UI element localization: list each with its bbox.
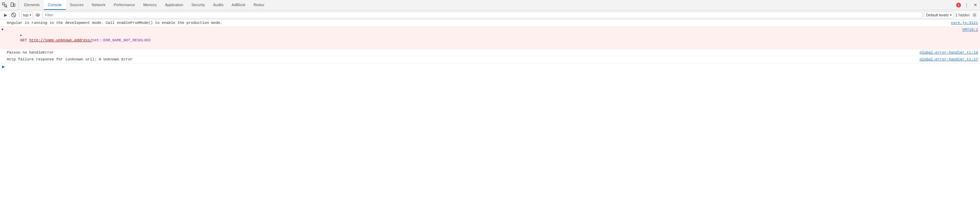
console-row: Passou no handleError global-error-handl… bbox=[0, 50, 980, 56]
svg-rect-3 bbox=[11, 3, 13, 6]
tab-redux[interactable]: Redux bbox=[250, 0, 269, 10]
devtools-nav: Elements Console Sources Network Perform… bbox=[0, 0, 980, 10]
console-settings-button[interactable] bbox=[971, 11, 978, 18]
tab-adblock[interactable]: AdBlock bbox=[228, 0, 250, 10]
console-row: Http failure response for (unknown url):… bbox=[0, 56, 980, 63]
gear-icon bbox=[972, 13, 977, 18]
nav-tabs: Elements Console Sources Network Perform… bbox=[20, 0, 956, 10]
close-icon: ✕ bbox=[974, 2, 977, 8]
more-options-button[interactable]: ⋮ bbox=[963, 2, 970, 8]
tab-console[interactable]: Console bbox=[44, 0, 66, 10]
message-source[interactable]: global-error-handler.ts:17 bbox=[913, 57, 978, 61]
nav-right-actions: 1 ⋮ ✕ bbox=[956, 2, 978, 8]
svg-rect-0 bbox=[2, 3, 5, 5]
chevron-down-icon: ▾ bbox=[30, 13, 31, 17]
filter-input[interactable] bbox=[43, 11, 922, 18]
error-badge: 1 bbox=[956, 3, 961, 8]
console-toolbar: ▶ top ▾ Default levels ▾ 1 hidden bbox=[0, 10, 980, 20]
tab-performance[interactable]: Performance bbox=[110, 0, 139, 10]
execute-button[interactable]: ▶ bbox=[2, 11, 9, 18]
error-code: net::ERR_NAME_NOT_RESOLVED bbox=[92, 38, 151, 42]
message-text: Angular is running in the development mo… bbox=[7, 21, 944, 26]
error-source[interactable]: VM710:1 bbox=[956, 28, 978, 32]
clear-console-button[interactable] bbox=[10, 11, 17, 18]
tab-security[interactable]: Security bbox=[187, 0, 209, 10]
tab-memory[interactable]: Memory bbox=[139, 0, 161, 10]
error-message: ▶ GET http://some-unknown.address/net::E… bbox=[7, 27, 956, 48]
console-messages: Angular is running in the development mo… bbox=[0, 20, 980, 64]
clear-icon bbox=[11, 13, 16, 18]
eye-button[interactable] bbox=[34, 11, 41, 18]
tab-network[interactable]: Network bbox=[88, 0, 110, 10]
context-value: top bbox=[23, 13, 28, 17]
error-url[interactable]: http://some-unknown.address/ bbox=[29, 38, 92, 42]
eye-icon bbox=[35, 13, 40, 17]
svg-rect-4 bbox=[14, 4, 15, 6]
levels-dropdown[interactable]: Default levels ▾ bbox=[924, 11, 954, 18]
svg-point-7 bbox=[37, 14, 38, 16]
tab-application[interactable]: Application bbox=[161, 0, 188, 10]
tab-elements[interactable]: Elements bbox=[20, 0, 44, 10]
prompt-triangle-icon: ▶ bbox=[2, 64, 5, 69]
message-source[interactable]: core.js:3121 bbox=[944, 21, 978, 25]
context-selector[interactable]: top ▾ bbox=[21, 11, 33, 18]
error-count-badge: 1 bbox=[956, 3, 961, 8]
message-source[interactable]: global-error-handler.ts:16 bbox=[913, 50, 978, 55]
levels-chevron-icon: ▾ bbox=[950, 13, 952, 17]
more-vertical-icon: ⋮ bbox=[964, 2, 969, 8]
message-text: Passou no handleError bbox=[7, 50, 913, 55]
tab-audits[interactable]: Audits bbox=[209, 0, 228, 10]
svg-line-6 bbox=[12, 13, 15, 17]
hidden-count: 1 hidden bbox=[956, 13, 970, 17]
message-text: Http failure response for (unknown url):… bbox=[7, 57, 913, 62]
console-row: Angular is running in the development mo… bbox=[0, 20, 980, 27]
toolbar-separator bbox=[19, 12, 19, 18]
console-row-error: ● ▶ GET http://some-unknown.address/net:… bbox=[0, 27, 980, 50]
inspect-button[interactable] bbox=[2, 2, 8, 8]
get-prefix: GET bbox=[21, 38, 29, 42]
levels-label: Default levels bbox=[926, 13, 949, 17]
svg-point-8 bbox=[974, 14, 975, 16]
device-icon bbox=[10, 2, 16, 8]
device-toggle-button[interactable] bbox=[10, 2, 16, 8]
inspect-icon bbox=[2, 2, 8, 8]
nav-icon-group bbox=[2, 0, 19, 10]
console-prompt-row: ▶ bbox=[0, 64, 980, 70]
tab-sources[interactable]: Sources bbox=[66, 0, 88, 10]
error-circle-icon: ● bbox=[2, 28, 3, 31]
expand-triangle[interactable]: ▶ bbox=[21, 34, 22, 37]
close-devtools-button[interactable]: ✕ bbox=[972, 2, 978, 8]
execute-icon: ▶ bbox=[4, 13, 7, 18]
